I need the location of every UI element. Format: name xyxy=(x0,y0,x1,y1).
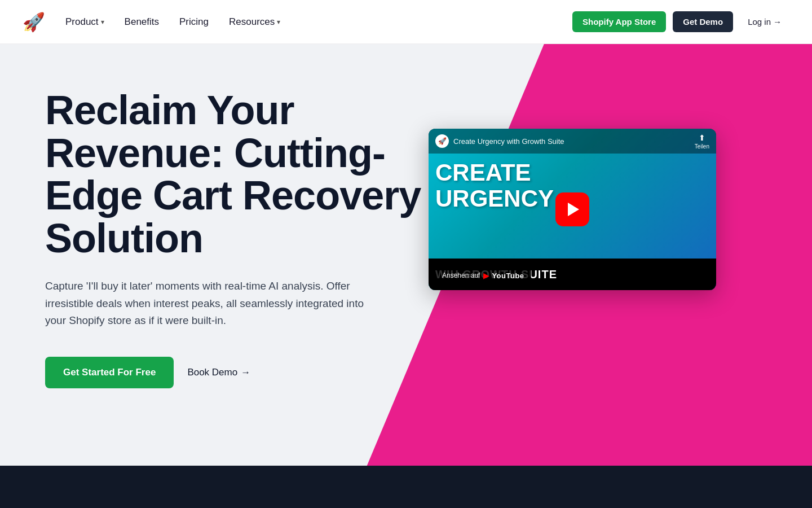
get-started-button[interactable]: Get Started For Free xyxy=(45,357,174,388)
yt-watch-bar[interactable]: Ansehen auf ▶ YouTube xyxy=(435,268,531,283)
nav-links: Product ▾ Benefits Pricing Resources ▾ xyxy=(65,16,280,28)
get-demo-button[interactable]: Get Demo xyxy=(673,11,733,32)
hero-video[interactable]: 🚀 Create Urgency with Growth Suite ⬆ Tei… xyxy=(429,129,716,290)
nav-benefits[interactable]: Benefits xyxy=(125,16,159,28)
yt-share-button[interactable]: ⬆ Teilen xyxy=(695,133,709,150)
yt-topbar: 🚀 Create Urgency with Growth Suite ⬆ Tei… xyxy=(429,129,716,154)
yt-video-title: Create Urgency with Growth Suite xyxy=(453,137,564,146)
youtube-play-icon: ▶ xyxy=(483,271,489,280)
video-overlay-text: CREATE URGENCY xyxy=(435,160,554,212)
shopify-app-store-button[interactable]: Shopify App Store xyxy=(572,11,666,32)
hero-content: Reclaim Your Revenue: Cutting-Edge Cart … xyxy=(0,44,423,508)
nav-right: Shopify App Store Get Demo Log in → xyxy=(572,11,789,32)
youtube-label: YouTube xyxy=(492,271,524,280)
logo-icon: 🚀 xyxy=(23,11,45,33)
yt-channel-icon: 🚀 xyxy=(435,134,449,148)
hero-subtitle: Capture 'I'll buy it later' moments with… xyxy=(45,278,372,329)
nav-resources[interactable]: Resources ▾ xyxy=(229,16,280,28)
share-icon: ⬆ xyxy=(699,133,705,142)
play-button[interactable] xyxy=(555,192,589,226)
hero-section: Reclaim Your Revenue: Cutting-Edge Cart … xyxy=(0,44,812,508)
nav-pricing[interactable]: Pricing xyxy=(179,16,209,28)
hero-buttons: Get Started For Free Book Demo → xyxy=(45,357,423,388)
login-button[interactable]: Log in → xyxy=(740,11,789,32)
chevron-down-icon: ▾ xyxy=(101,18,104,26)
navbar: 🚀 Product ▾ Benefits Pricing Resources ▾… xyxy=(0,0,812,44)
yt-logo-bar: ▶ YouTube xyxy=(483,271,524,280)
chevron-down-icon-2: ▾ xyxy=(277,18,280,26)
nav-left: 🚀 Product ▾ Benefits Pricing Resources ▾ xyxy=(23,11,280,33)
nav-product[interactable]: Product ▾ xyxy=(65,16,104,28)
yt-title-row: 🚀 Create Urgency with Growth Suite xyxy=(435,134,564,148)
book-demo-button[interactable]: Book Demo → xyxy=(187,367,250,378)
video-thumbnail: 🚀 Create Urgency with Growth Suite ⬆ Tei… xyxy=(429,129,716,290)
yt-watch-label: Ansehen auf xyxy=(442,271,480,279)
video-inner: 🚀 Create Urgency with Growth Suite ⬆ Tei… xyxy=(429,129,716,290)
hero-title: Reclaim Your Revenue: Cutting-Edge Cart … xyxy=(45,89,423,260)
logo[interactable]: 🚀 xyxy=(23,11,45,33)
play-icon xyxy=(568,203,579,216)
